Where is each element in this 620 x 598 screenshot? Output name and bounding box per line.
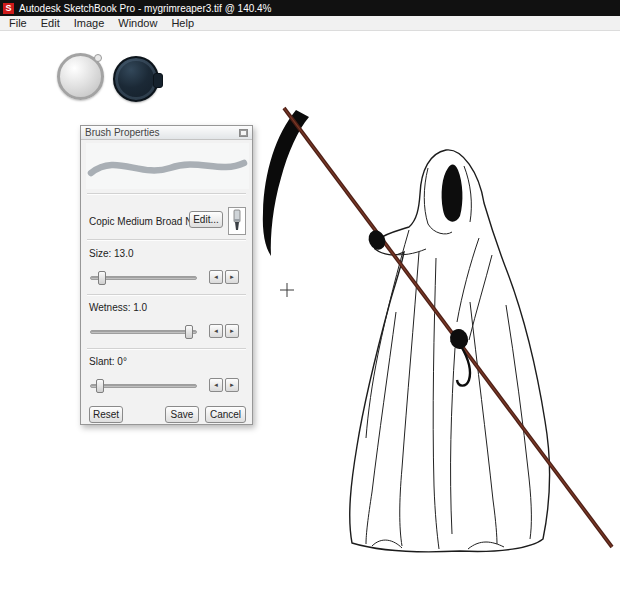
edit-button[interactable]: Edit... (189, 211, 223, 228)
brush-properties-panel: Brush Properties Copic Medium Broad Nib … (80, 125, 253, 425)
size-label: Size: 13.0 (89, 248, 133, 259)
brush-name-row: Copic Medium Broad Nib Edit... (81, 206, 252, 236)
panel-minimize-icon[interactable] (239, 129, 248, 137)
app-window: S Autodesk SketchBook Pro - mygrimreaper… (0, 0, 620, 598)
slant-increment-button[interactable]: ► (225, 378, 239, 392)
wetness-label: Wetness: 1.0 (89, 302, 147, 313)
menu-image[interactable]: Image (67, 16, 112, 31)
cancel-button[interactable]: Cancel (205, 406, 246, 423)
divider (87, 193, 246, 195)
wetness-slider-track[interactable] (90, 330, 197, 334)
wetness-slider-thumb[interactable] (185, 325, 193, 339)
cursor-crosshair (280, 283, 294, 297)
menu-help[interactable]: Help (164, 16, 201, 31)
size-slider-track[interactable] (90, 276, 197, 280)
divider (87, 239, 246, 241)
brush-puck-dark[interactable] (113, 56, 159, 102)
wetness-slider: ◄ ► (81, 324, 252, 339)
size-increment-button[interactable]: ► (225, 270, 239, 284)
app-logo-icon: S (3, 3, 14, 14)
brush-nib-icon (228, 207, 246, 235)
wetness-increment-button[interactable]: ► (225, 324, 239, 338)
reset-button[interactable]: Reset (89, 406, 123, 423)
slant-label: Slant: 0° (89, 356, 127, 367)
wetness-decrement-button[interactable]: ◄ (209, 324, 223, 338)
menu-bar: File Edit Image Window Help (0, 16, 620, 31)
puck-notch-icon (94, 54, 102, 62)
size-decrement-button[interactable]: ◄ (209, 270, 223, 284)
divider (87, 348, 246, 350)
save-button[interactable]: Save (165, 406, 199, 423)
slant-slider-track[interactable] (90, 384, 197, 388)
menu-window[interactable]: Window (111, 16, 164, 31)
title-bar[interactable]: S Autodesk SketchBook Pro - mygrimreaper… (0, 0, 620, 16)
menu-file[interactable]: File (2, 16, 34, 31)
divider (87, 294, 246, 296)
brush-name: Copic Medium Broad Nib (89, 216, 200, 227)
panel-title: Brush Properties (85, 127, 239, 138)
puck-tab-icon (153, 73, 163, 88)
size-slider-thumb[interactable] (98, 271, 106, 285)
brush-stroke-preview (86, 143, 249, 189)
slant-slider: ◄ ► (81, 378, 252, 393)
panel-header[interactable]: Brush Properties (81, 126, 252, 140)
slant-slider-thumb[interactable] (96, 379, 104, 393)
size-slider: ◄ ► (81, 270, 252, 285)
slant-decrement-button[interactable]: ◄ (209, 378, 223, 392)
window-title: Autodesk SketchBook Pro - mygrimreaper3.… (19, 3, 272, 14)
menu-edit[interactable]: Edit (34, 16, 67, 31)
brush-puck-light[interactable] (57, 53, 104, 100)
